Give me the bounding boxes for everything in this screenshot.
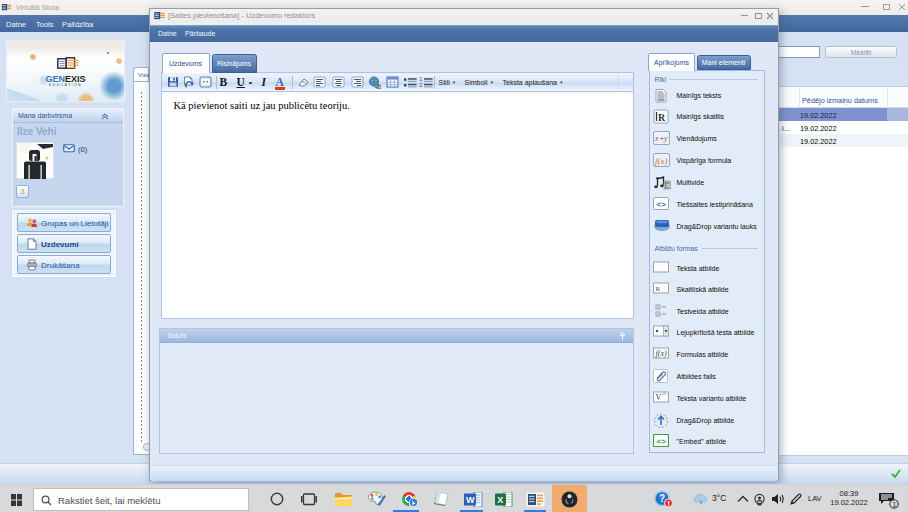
svg-text:<>: <> xyxy=(656,437,666,446)
svg-text:V: V xyxy=(655,393,661,402)
svg-text:R: R xyxy=(655,285,660,293)
svg-text:X: X xyxy=(497,495,503,505)
svg-text:1: 1 xyxy=(419,76,422,82)
svg-text:y: y xyxy=(663,134,668,143)
svg-text:x: x xyxy=(654,134,659,143)
svg-text:<>: <> xyxy=(656,199,666,208)
svg-text:R: R xyxy=(658,112,666,123)
svg-text:W: W xyxy=(466,495,475,505)
svg-text:1: 1 xyxy=(893,501,897,508)
svg-text:f(x): f(x) xyxy=(655,349,666,358)
svg-text:2: 2 xyxy=(419,82,422,88)
svg-text:f(x): f(x) xyxy=(655,155,668,165)
